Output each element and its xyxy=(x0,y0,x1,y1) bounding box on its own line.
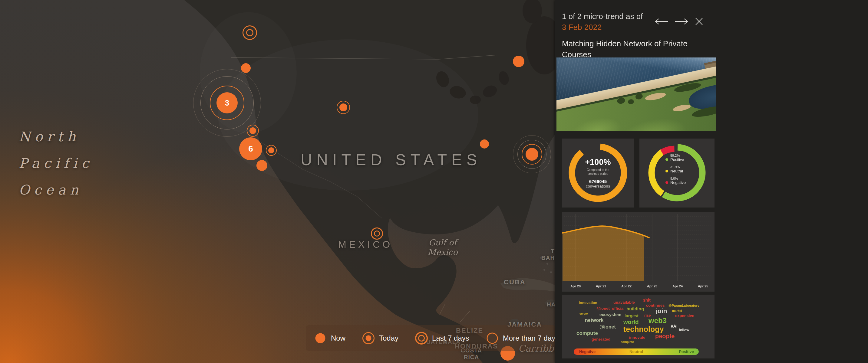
close-panel-button[interactable] xyxy=(694,17,704,27)
area-chart: Apr 20Apr 21Apr 22Apr 23Apr 24Apr 25 xyxy=(562,212,714,292)
legend-today-icon xyxy=(362,332,375,345)
arrow-right-icon xyxy=(675,18,688,25)
sentiment-legend-row: 59.2%Positive xyxy=(665,154,686,162)
x-axis-label: Apr 24 xyxy=(673,284,683,288)
cloud-word[interactable]: people xyxy=(655,333,675,340)
cloud-word[interactable]: largest xyxy=(625,314,639,318)
kpi-count-label: conversations xyxy=(586,184,610,189)
cloud-word[interactable]: #AI xyxy=(671,324,678,329)
x-axis-label: Apr 22 xyxy=(621,284,631,288)
legend-dot-icon xyxy=(665,170,668,172)
legend-items: NowTodayLast 7 daysMore than 7 days ago xyxy=(314,332,555,345)
scale-positive-label: Positive xyxy=(679,350,694,354)
legend-item-older[interactable]: More than 7 days ago xyxy=(486,332,555,345)
legend-item-today[interactable]: Today xyxy=(362,332,398,345)
sentiment-legend: 59.2%Positive31.9%Neutral9.0%Negative xyxy=(665,154,686,188)
cloud-word[interactable]: complete xyxy=(621,340,634,344)
word-cloud-card: innovationunavailableshitcontinues@Param… xyxy=(562,295,714,359)
scale-negative-label: Negative xyxy=(579,350,595,354)
legend-item-last7[interactable]: Last 7 days xyxy=(415,332,469,345)
cloud-word[interactable]: generated xyxy=(592,337,610,341)
kpi-conversation-count: 6766045 xyxy=(589,179,607,184)
legend-item-now[interactable]: Now xyxy=(314,332,345,345)
map-canvas[interactable]: NorthPacificOceanUNITED STATESMEXICOGulf… xyxy=(0,0,555,363)
cloud-word[interactable]: @ParamLaboratory xyxy=(669,304,700,307)
arrow-left-icon xyxy=(655,18,669,25)
cloud-word[interactable]: innovation xyxy=(579,301,597,305)
cloud-word[interactable]: market xyxy=(672,309,682,312)
panel-nav xyxy=(655,17,704,27)
trend-chart-card: Apr 20Apr 21Apr 22Apr 23Apr 24Apr 25 xyxy=(562,212,714,292)
legend-older-icon xyxy=(486,332,499,345)
legend-dot-icon xyxy=(665,158,668,161)
cloud-word[interactable]: innovate xyxy=(629,335,645,340)
cloud-word[interactable]: web3 xyxy=(649,317,666,325)
x-axis-label: Apr 20 xyxy=(570,284,581,288)
cloud-word[interactable]: @ionet_official xyxy=(596,306,625,311)
trend-title: Matching Hidden Network of Private Cours… xyxy=(562,38,708,60)
kpi-center-text: +100% Compared to the previous period 67… xyxy=(562,138,634,207)
sentiment-scale-bar: Negative Neutral Positive xyxy=(574,349,699,355)
kpi-card: +100% Compared to the previous period 67… xyxy=(562,138,634,207)
legend-last7-icon xyxy=(415,332,428,345)
cloud-word[interactable]: crypto xyxy=(580,312,588,315)
x-axis-label: Apr 23 xyxy=(647,284,657,288)
sentiment-card: 59.2%Positive31.9%Neutral9.0%Negative xyxy=(640,138,714,207)
cloud-word[interactable]: expensive xyxy=(675,314,694,318)
cloud-word[interactable]: network xyxy=(585,318,603,323)
sentiment-legend-row: 31.9%Neutral xyxy=(665,165,686,173)
cloud-word[interactable]: continues xyxy=(646,303,664,308)
kpi-caption-1: Compared to the xyxy=(587,168,610,172)
cloud-word[interactable]: join xyxy=(656,307,667,315)
cloud-word[interactable]: unavailable xyxy=(613,300,635,305)
legend-now-icon xyxy=(314,332,327,345)
app-root: NorthPacificOceanUNITED STATESMEXICOGulf… xyxy=(0,0,868,363)
cloud-word[interactable]: shit xyxy=(643,298,651,302)
cloud-word[interactable]: compute xyxy=(577,330,598,336)
x-axis-label: Apr 21 xyxy=(596,284,606,288)
panel-header: 1 of 2 micro-trend as of 3 Feb 2022 xyxy=(562,11,643,33)
cloud-word[interactable]: ecosystem xyxy=(599,312,621,317)
cloud-word[interactable]: technology xyxy=(623,325,664,334)
sentiment-legend-row: 9.0%Negative xyxy=(665,177,686,185)
cloud-word[interactable]: building xyxy=(626,306,644,311)
trend-photo xyxy=(556,58,716,131)
cloud-word[interactable]: world xyxy=(623,319,639,326)
trend-panel: 1 of 2 micro-trend as of 3 Feb 2022 Matc… xyxy=(555,0,868,363)
prev-trend-button[interactable] xyxy=(655,18,669,26)
cloud-word[interactable]: follow xyxy=(679,328,689,332)
cloud-word[interactable]: @ionet xyxy=(599,324,616,330)
legend-dot-icon xyxy=(665,181,668,184)
map-legend: NowTodayLast 7 daysMore than 7 days ago xyxy=(306,325,555,351)
map-art xyxy=(0,0,555,363)
pagination-text: 1 of 2 micro-trend as of xyxy=(562,11,643,22)
kpi-caption-2: previous period xyxy=(587,172,610,176)
trend-date: 3 Feb 2022 xyxy=(562,22,643,33)
next-trend-button[interactable] xyxy=(675,18,688,26)
area-fill xyxy=(562,226,644,281)
kpi-value: +100% xyxy=(585,158,611,167)
x-axis-label: Apr 25 xyxy=(698,284,708,288)
close-icon xyxy=(694,17,704,26)
jamaica-island xyxy=(510,319,519,324)
scale-neutral-label: Neutral xyxy=(629,350,643,354)
